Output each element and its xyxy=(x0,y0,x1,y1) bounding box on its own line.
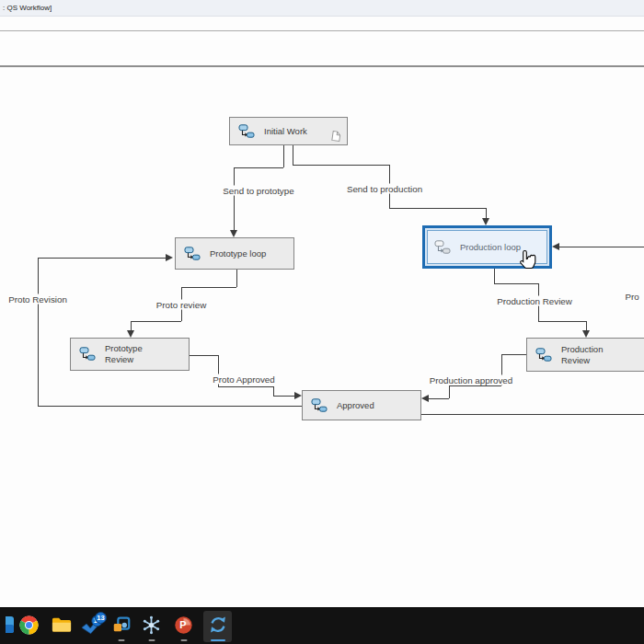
workflow-state-icon xyxy=(238,124,255,139)
snowflake-icon xyxy=(142,615,161,638)
taskbar-item-workflow-app[interactable] xyxy=(203,611,232,642)
connector-arrowhead xyxy=(482,218,489,225)
connector-segment xyxy=(293,145,293,165)
edge-label-proto-revision[interactable]: Proto Revision xyxy=(6,294,70,305)
workflow-state-icon xyxy=(535,348,552,362)
node-label: Initial Work xyxy=(264,126,307,137)
node-label: PrototypeReview xyxy=(105,343,143,365)
taskbar-item-snowflake-app[interactable] xyxy=(137,611,166,642)
edge-label-proto-approved[interactable]: Proto Approved xyxy=(210,374,278,385)
taskbar-item-tasks-app[interactable]: 1313 xyxy=(77,611,106,642)
connector-arrowhead xyxy=(166,254,173,261)
vm-app-icon xyxy=(111,615,132,638)
connector-segment xyxy=(293,165,389,166)
connector-segment xyxy=(181,287,236,288)
workflow-diagram-canvas[interactable]: Send to prototypeSend to productionProto… xyxy=(0,66,644,607)
connector-arrowhead xyxy=(294,392,302,399)
connector-segment xyxy=(538,321,586,322)
node-prototype-loop[interactable]: Prototype loop xyxy=(175,237,294,270)
node-initial-work[interactable]: Initial Work xyxy=(229,117,348,145)
running-indicator xyxy=(118,639,124,642)
connector-segment xyxy=(421,414,644,415)
node-label: Prototype loop xyxy=(210,248,266,259)
chrome-icon xyxy=(19,615,39,638)
connector-segment xyxy=(38,258,167,259)
connector-segment xyxy=(427,398,449,399)
node-label: Approved xyxy=(337,400,374,411)
windows-taskbar: 1313P xyxy=(0,607,644,644)
edge-label-production-review[interactable]: Production Review xyxy=(494,296,575,306)
edge-label-proto-review[interactable]: Proto review xyxy=(154,300,209,310)
hand-pointer-cursor xyxy=(518,249,537,275)
connector-segment xyxy=(218,386,273,387)
sync-icon xyxy=(208,615,228,638)
connector-segment xyxy=(236,270,237,287)
edge-label-send-to-production[interactable]: Send to production xyxy=(344,184,425,194)
workflow-state-icon xyxy=(79,347,96,362)
connector-arrowhead xyxy=(230,230,237,237)
window-titlebar: : QS Workflow] xyxy=(0,0,644,17)
connector-segment xyxy=(449,385,450,398)
taskbar-item-vmware[interactable] xyxy=(107,611,135,642)
svg-text:P: P xyxy=(179,619,186,630)
connector-segment xyxy=(190,355,218,356)
running-indicator xyxy=(211,639,225,642)
edge-label-pro-truncated[interactable]: Pro xyxy=(622,292,641,302)
folder-icon xyxy=(52,616,72,637)
node-label: Production loop xyxy=(460,242,521,253)
connector-segment xyxy=(273,396,296,397)
taskbar-item-chrome[interactable] xyxy=(15,611,43,642)
edge-label-production-approved[interactable]: Production approved xyxy=(427,375,515,385)
connector-segment xyxy=(494,269,495,283)
connector-segment xyxy=(558,247,644,247)
taskbar-item-powerpoint[interactable]: P xyxy=(169,611,198,642)
node-prototype-review[interactable]: PrototypeReview xyxy=(70,338,190,371)
running-indicator xyxy=(180,639,187,642)
connector-arrowhead xyxy=(127,330,134,338)
document-page-icon xyxy=(330,130,342,142)
connector-segment xyxy=(449,385,501,386)
running-indicator xyxy=(148,639,155,642)
connector-segment xyxy=(501,354,526,355)
connector-segment xyxy=(389,208,486,209)
node-production-review[interactable]: ProductionReview xyxy=(526,338,644,372)
taskbar-item-file-explorer[interactable] xyxy=(47,611,75,642)
window-title: : QS Workflow] xyxy=(3,0,52,17)
edge-label-send-to-prototype[interactable]: Send to prototype xyxy=(220,186,296,196)
node-approved[interactable]: Approved xyxy=(302,390,421,420)
connector-arrowhead xyxy=(552,243,559,250)
connector-segment xyxy=(494,283,538,284)
connector-segment xyxy=(273,386,274,396)
connector-segment xyxy=(234,167,235,232)
connector-segment xyxy=(38,406,302,407)
connector-segment xyxy=(131,321,181,322)
toolbar-divider-top xyxy=(0,30,644,31)
badge-count: 13 xyxy=(95,612,107,624)
check-badge-icon: 1313 xyxy=(80,615,103,639)
connector-segment xyxy=(234,167,283,168)
node-label: ProductionReview xyxy=(561,344,603,366)
powerpoint-icon: P xyxy=(174,615,193,638)
connector-segment xyxy=(38,258,39,406)
workflow-state-icon xyxy=(434,240,451,255)
connector-arrowhead xyxy=(582,330,590,338)
connector-segment xyxy=(283,145,284,167)
workflow-state-icon xyxy=(184,247,201,261)
connector-arrowhead xyxy=(421,395,429,402)
workflow-state-icon xyxy=(311,398,328,413)
